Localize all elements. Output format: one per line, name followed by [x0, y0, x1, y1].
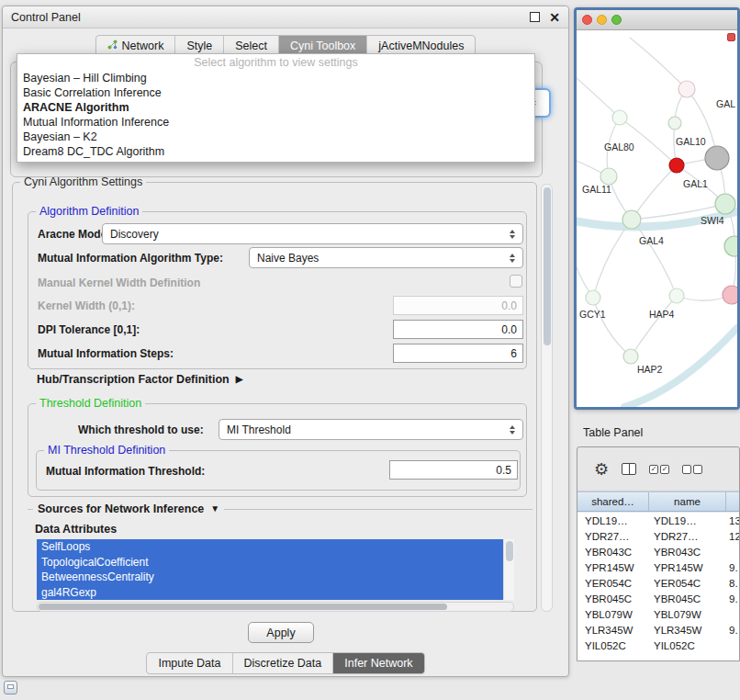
attribute-item[interactable]: BetweennessCentrality [37, 570, 503, 585]
network-node[interactable] [612, 110, 627, 125]
hub-definition-toggle[interactable]: Hub/Transcription Factor Definition ▶ [37, 373, 242, 386]
network-node[interactable] [678, 81, 695, 97]
node-label: HAP4 [649, 309, 675, 320]
table-toolbar: ⚙ ✓ ✓ [577, 447, 739, 491]
network-edge[interactable] [630, 38, 687, 89]
network-graph[interactable]: GAL80GALGAL10GAL11GAL1SWI4GAL4GCY1HAP4HA… [577, 30, 737, 407]
algorithm-definition-title: Algorithm Definition [36, 205, 142, 218]
network-node[interactable] [586, 290, 600, 305]
tab-label: Network [122, 40, 164, 52]
dropdown-item[interactable]: ARACNE Algorithm [17, 100, 534, 115]
scrollbar-thumb[interactable] [506, 541, 513, 561]
table-row[interactable]: YIL052C YIL052C [577, 638, 739, 653]
dropdown-item[interactable]: Bayesian – K2 [17, 130, 534, 144]
network-node[interactable] [715, 194, 735, 214]
dropdown-placeholder[interactable]: Select algorithm to view settings [17, 54, 534, 71]
table-row[interactable]: YDL19… YDL19… 13 [577, 513, 739, 528]
mi-threshold-field[interactable]: 0.5 [389, 460, 518, 480]
table-header: shared… name [577, 491, 739, 512]
column-header[interactable] [726, 492, 739, 511]
network-node[interactable] [668, 117, 681, 130]
network-edge[interactable] [593, 298, 631, 356]
table-row[interactable]: YBR043C YBR043C [577, 544, 739, 559]
unchecked-box-icon [693, 465, 702, 474]
mi-steps-field[interactable]: 6 [393, 344, 523, 363]
scrollbar-thumb[interactable] [544, 187, 551, 345]
node-label: GCY1 [579, 309, 606, 320]
cell-shared-name: YDR27… [577, 531, 649, 542]
cell-shared-name: YPR145W [577, 562, 649, 573]
gear-icon[interactable]: ⚙ [594, 461, 609, 478]
float-window-button[interactable] [530, 12, 540, 22]
table-row[interactable]: YDR27… YDR27… 12 [577, 528, 739, 544]
apply-button[interactable]: Apply [248, 622, 314, 643]
network-node[interactable] [600, 168, 617, 185]
sources-toggle[interactable]: Sources for Network Inference ▼ [33, 502, 224, 515]
aracne-mode-combobox[interactable]: Discovery [102, 223, 523, 244]
minimize-traffic-light[interactable] [597, 15, 607, 25]
cell-shared-name: YBL079W [577, 609, 649, 620]
dropdown-item-label: Bayesian – Hill Climbing [23, 72, 147, 85]
table-row[interactable]: YBL079W YBL079W [577, 606, 739, 622]
network-node[interactable] [669, 158, 684, 173]
kernel-width-label: Kernel Width (0,1): [38, 299, 135, 312]
attribute-item[interactable]: SelfLoops [37, 539, 503, 555]
bottom-tab[interactable]: Infer Network [333, 653, 423, 673]
table-body: YDL19… YDL19… 13 YDR27… YDR27… 12 YBR043… [577, 513, 739, 660]
dropdown-item[interactable]: Mutual Information Inference [17, 115, 534, 130]
cell-name: YPR145W [649, 562, 726, 573]
dropdown-item[interactable]: Dream8 DC_TDC Algorithm [17, 144, 534, 159]
unchecked-box-icon [682, 465, 691, 474]
attribute-item[interactable]: gal4RGexp [37, 585, 503, 601]
network-node[interactable] [622, 210, 641, 229]
attribute-item-label: BetweennessCentrality [41, 570, 154, 583]
mi-type-combobox[interactable]: Naive Bayes [249, 247, 523, 268]
aracne-mode-label: Aracne Mode: [38, 228, 110, 241]
column-selector-icon[interactable] [622, 463, 636, 475]
dropdown-item[interactable]: Bayesian – Hill Climbing [17, 71, 534, 85]
column-header[interactable]: name [649, 492, 726, 511]
network-node[interactable] [623, 349, 638, 364]
network-node[interactable] [669, 288, 684, 303]
bottom-tab[interactable]: Impute Data [147, 653, 232, 673]
attribute-list-hscrollbar[interactable] [37, 602, 514, 612]
network-canvas[interactable]: GAL80GALGAL10GAL11GAL1SWI4GAL4GCY1HAP4HA… [577, 30, 737, 407]
mi-threshold-label: Mutual Information Threshold: [46, 465, 205, 478]
cell-shared-name: YDL19… [577, 515, 649, 526]
network-node[interactable] [724, 236, 737, 256]
network-node[interactable] [705, 146, 729, 170]
table-row[interactable]: YLR345W YLR345W 9. [577, 622, 739, 638]
dropdown-item-label: ARACNE Algorithm [23, 101, 129, 114]
zoom-traffic-light[interactable] [611, 15, 622, 25]
network-edge[interactable] [632, 165, 677, 220]
dropdown-item[interactable]: Basic Correlation Inference [17, 85, 534, 100]
network-edge[interactable] [577, 78, 620, 118]
birdseye-toggle[interactable] [727, 33, 735, 41]
select-all-button[interactable]: ✓ ✓ [649, 465, 669, 474]
node-label: GAL [716, 98, 735, 109]
mi-threshold-title: MI Threshold Definition [44, 444, 169, 457]
table-row[interactable]: YER054C YER054C 8. [577, 575, 739, 591]
cell-shared-name: YIL052C [577, 640, 649, 651]
network-edge[interactable] [631, 296, 677, 356]
attribute-item[interactable]: TopologicalCoefficient [37, 555, 503, 570]
bottom-tab[interactable]: Discretize Data [233, 653, 334, 673]
settings-scrollbar[interactable] [541, 184, 553, 612]
close-window-button[interactable]: ✕ [549, 12, 560, 23]
network-node[interactable] [723, 286, 737, 304]
attribute-list-scrollbar[interactable] [503, 539, 514, 600]
network-edge[interactable] [593, 220, 632, 298]
close-traffic-light[interactable] [582, 15, 592, 25]
scrollbar-thumb[interactable] [39, 604, 447, 610]
dpi-tolerance-field[interactable]: 0.0 [393, 320, 523, 339]
dpi-tolerance-label: DPI Tolerance [0,1]: [38, 323, 140, 336]
minimized-panel-icon[interactable] [4, 681, 17, 694]
network-edge[interactable] [632, 220, 677, 296]
deselect-all-button[interactable] [682, 465, 702, 474]
column-header[interactable]: shared… [577, 492, 649, 511]
table-row[interactable]: YPR145W YPR145W 9. [577, 559, 739, 575]
table-panel-title: Table Panel [583, 426, 643, 439]
table-row[interactable]: YBR045C YBR045C 9. [577, 591, 739, 606]
which-threshold-combobox[interactable]: MI Threshold [219, 419, 523, 440]
chevron-right-icon: ▶ [236, 375, 243, 384]
